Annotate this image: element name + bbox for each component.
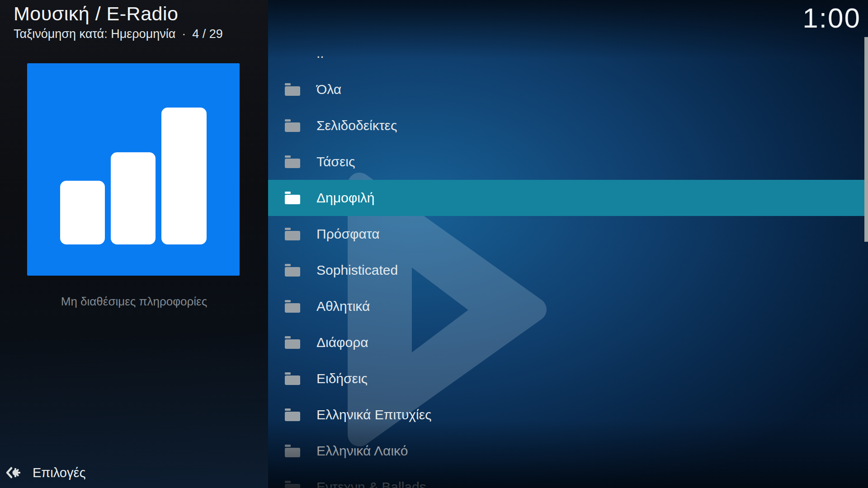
list-item[interactable]: Ελληνικά Λαικό — [268, 433, 868, 469]
folder-icon — [285, 481, 300, 488]
folder-icon — [285, 228, 300, 240]
list-item[interactable]: Πρόσφατα — [268, 216, 868, 252]
list-item-label: Τάσεις — [316, 154, 355, 169]
list-item-label: Σελιδοδείκτες — [316, 118, 397, 133]
list-item-parent-dir[interactable]: .. — [268, 35, 868, 71]
header: Μουσική / E-Radio Ταξινόμηση κατά: Ημερο… — [14, 3, 223, 41]
bar-chart-bar — [60, 181, 105, 244]
options-button[interactable]: Επιλογές — [5, 462, 85, 483]
options-label: Επιλογές — [33, 465, 85, 480]
folder-icon — [285, 264, 300, 277]
list-item-label: Αθλητικά — [316, 299, 370, 314]
list-item-label: Sophisticated — [316, 263, 398, 278]
options-gear-icon — [5, 465, 22, 481]
list-item-label: Δημοφιλή — [316, 190, 375, 206]
sort-status: Ταξινόμηση κατά: Ημερομηνία·4 / 29 — [14, 27, 223, 41]
list-item-label: Ειδήσεις — [316, 371, 368, 386]
list-item-label: Ελληνικά Επιτυχίες — [316, 407, 432, 422]
list-item[interactable]: Δημοφιλή — [268, 180, 868, 216]
list-item-label: Πρόσφατα — [316, 226, 380, 242]
list-item[interactable]: Όλα — [268, 71, 868, 108]
list-item-label: Εντεχνη & Ballads — [316, 479, 426, 488]
folder-icon — [285, 445, 300, 457]
folder-icon — [285, 155, 300, 168]
sort-by-label: Ταξινόμηση κατά: Ημερομηνία — [14, 27, 175, 41]
bar-chart-bar — [161, 108, 207, 244]
clock: 1:00 — [802, 2, 861, 34]
addon-thumbnail — [27, 63, 240, 276]
folder-icon — [285, 336, 300, 349]
list-item[interactable]: Sophisticated — [268, 252, 868, 288]
directory-list: ..ΌλαΣελιδοδείκτεςΤάσειςΔημοφιλήΠρόσφατα… — [268, 35, 868, 488]
folder-icon — [285, 300, 300, 313]
folder-icon — [285, 192, 300, 204]
item-position: 4 / 29 — [192, 27, 223, 41]
list-item-label: Διάφορα — [316, 335, 368, 350]
list-item[interactable]: Αθλητικά — [268, 288, 868, 324]
list-item[interactable]: Ειδήσεις — [268, 361, 868, 397]
separator-dot: · — [182, 27, 186, 41]
list-item-label: .. — [316, 46, 324, 61]
folder-icon — [285, 83, 300, 96]
list-item[interactable]: Τάσεις — [268, 144, 868, 180]
folder-icon — [285, 372, 300, 385]
scrollbar-thumb[interactable] — [864, 37, 868, 242]
no-info-label: Μη διαθέσιμες πληροφορίες — [0, 295, 268, 309]
bar-chart-bar — [111, 152, 156, 244]
list-item-label: Όλα — [316, 82, 341, 97]
list-item-label: Ελληνικά Λαικό — [316, 443, 408, 459]
folder-icon — [285, 408, 300, 421]
list-item[interactable]: Σελιδοδείκτες — [268, 108, 868, 144]
list-item[interactable]: Εντεχνη & Ballads — [268, 469, 868, 488]
folder-icon — [285, 119, 300, 132]
page-title: Μουσική / E-Radio — [14, 3, 223, 25]
folder-icon-placeholder — [285, 47, 300, 60]
list-item[interactable]: Διάφορα — [268, 324, 868, 361]
list-item[interactable]: Ελληνικά Επιτυχίες — [268, 397, 868, 433]
kodi-screen: Μουσική / E-Radio Ταξινόμηση κατά: Ημερο… — [0, 0, 868, 488]
